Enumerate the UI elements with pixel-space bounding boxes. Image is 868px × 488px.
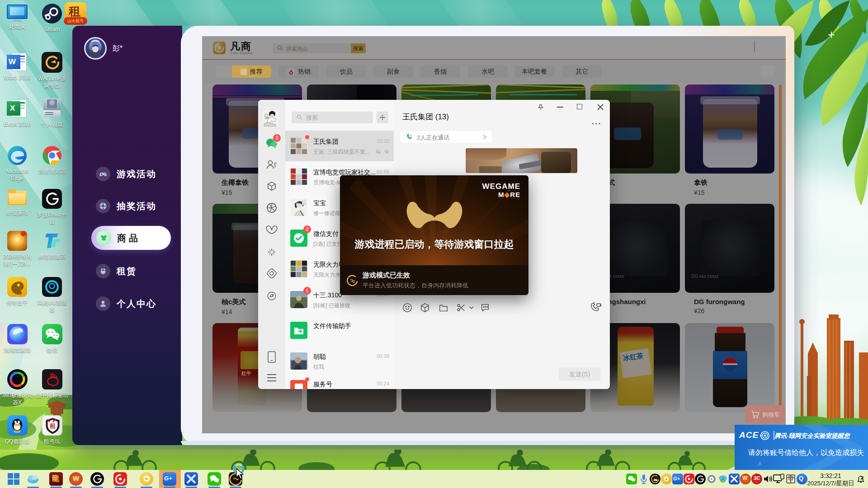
svg-text:租: 租 (49, 422, 56, 429)
